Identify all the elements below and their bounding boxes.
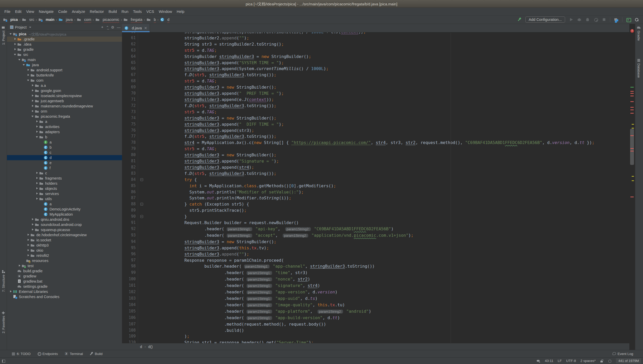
collapsed-arrow-icon[interactable]	[35, 182, 39, 185]
add-configuration-button[interactable]: Add Configuration...	[525, 16, 565, 23]
code-line-94[interactable]: 94 stringBuilder3 = new StringBuilder();	[122, 239, 635, 245]
breadcrumb-item-b[interactable]: b	[146, 17, 156, 22]
code-line-66[interactable]: 66 stringBuilder3.append(System.currentT…	[122, 66, 635, 72]
tree-row-d[interactable]: d	[7, 155, 122, 160]
status-item[interactable]: UTF-8	[566, 359, 576, 363]
collapsed-arrow-icon[interactable]	[35, 130, 39, 134]
collapsed-arrow-icon[interactable]	[35, 197, 39, 201]
code-line-71[interactable]: 71 stringBuilder3.append(e.J(context));	[122, 97, 635, 103]
code-line-89[interactable]: 89 str5.printStackTrace();	[122, 207, 635, 214]
tree-row-e[interactable]: e	[7, 160, 122, 165]
breadcrumb-item-main[interactable]: main	[38, 17, 55, 22]
menu-item-help[interactable]: Help	[174, 9, 187, 15]
debug-icon[interactable]	[577, 17, 582, 22]
code-line-104[interactable]: 104 .header( param1String1: "image-quali…	[122, 302, 635, 308]
tree-row-c[interactable]: c	[7, 171, 122, 176]
code-line-78[interactable]: 78 str4 = MyApplication.bx().c(new Strin…	[122, 140, 635, 146]
menu-item-view[interactable]: View	[24, 9, 36, 15]
search-everywhere-icon[interactable]	[634, 17, 639, 22]
breadcrumb-item-fregata[interactable]: fregata	[123, 17, 143, 22]
collapsed-arrow-icon[interactable]	[35, 125, 39, 129]
code-line-85[interactable]: 85 int i = MyApplication.class.getMethod…	[122, 183, 635, 189]
stripe-mark-red[interactable]	[630, 91, 634, 92]
stripe-mark-yellow[interactable]	[632, 180, 634, 181]
collapsed-arrow-icon[interactable]	[9, 290, 13, 293]
tree-row-okio[interactable]: okio	[7, 248, 122, 253]
menu-item-window[interactable]: Window	[156, 9, 174, 15]
breadcrumb-item-d[interactable]: d	[160, 17, 170, 22]
code-line-67[interactable]: 67 f.D(str5, stringBuilder3.toString());	[122, 72, 635, 78]
tree-row-settings.gradle[interactable]: settings.gradle	[7, 284, 122, 289]
stripe-mark-green[interactable]	[630, 87, 634, 88]
stripe-mark-red[interactable]	[630, 135, 634, 136]
tree-row-java[interactable]: java	[7, 62, 122, 67]
stripe-mark-red[interactable]	[630, 113, 634, 114]
menu-item-vcs[interactable]: VCS	[144, 9, 157, 15]
collapsed-arrow-icon[interactable]	[31, 109, 35, 113]
close-tab-icon[interactable]: ✕	[144, 26, 147, 30]
tree-row-src[interactable]: src	[7, 52, 122, 57]
code-line-63[interactable]: 63 str5 = d.TAG;	[122, 47, 635, 54]
code-line-86[interactable]: 86 System.out.println("Modifier of setVa…	[122, 189, 635, 195]
collapsed-arrow-icon[interactable]	[35, 171, 39, 175]
stripe-mark-yellow[interactable]	[632, 124, 634, 125]
menu-item-build[interactable]: Build	[106, 9, 119, 15]
code-line-110[interactable]: 110 String str1 = response.headers().get…	[122, 340, 635, 343]
expanded-arrow-icon[interactable]	[35, 135, 39, 139]
toolwindow-button-endpoints[interactable]: Endpoints	[37, 352, 58, 356]
memory-indicator[interactable]: 441 of 1979M	[616, 358, 641, 363]
tree-row-b[interactable]: b	[7, 145, 122, 150]
code-line-100[interactable]: 100 .header( param1String1: "nonce", str…	[122, 276, 635, 283]
tree-row-okhttp3[interactable]: okhttp3	[7, 243, 122, 248]
code-line-93[interactable]: 93 .header( param1String1: "accept", par…	[122, 232, 635, 239]
code-line-61[interactable]: 61 stringBuilder2.append("");	[122, 35, 635, 41]
collapsed-arrow-icon[interactable]	[31, 228, 35, 232]
tree-row-isseiaoki.simplecropview[interactable]: isseiaoki.simplecropview	[7, 93, 122, 98]
stripe-mark-yellow[interactable]	[632, 128, 634, 129]
tree-row-soundcloud.android.crop[interactable]: soundcloud.android.crop	[7, 222, 122, 227]
tree-row-External Libraries[interactable]: External Libraries	[7, 289, 122, 294]
fold-marker-icon[interactable]: –	[140, 203, 143, 206]
stripe-gradle[interactable]: Gradle	[636, 26, 642, 41]
tree-row-utils[interactable]: utils	[7, 196, 122, 201]
error-stripe[interactable]: !	[629, 24, 635, 350]
tree-row-gradlew.bat[interactable]: gradlew.bat	[7, 279, 122, 284]
code-line-62[interactable]: 62 String str3 = stringBuilder2.toString…	[122, 41, 635, 47]
editor-breadcrumb-item[interactable]: d	[140, 345, 142, 349]
hector-icon[interactable]	[608, 359, 612, 363]
tree-row-c[interactable]: c	[7, 150, 122, 155]
code-line-76[interactable]: 76 stringBuilder3.append(str3);	[122, 128, 635, 134]
tree-row-pica[interactable]: pica~/文档/IdeaProjects/pica	[7, 31, 122, 37]
tree-row-a.a[interactable]: a.a	[7, 83, 122, 88]
code-line-91[interactable]: 91 Request.Builder builder = request.new…	[122, 220, 635, 226]
hide-panel-icon[interactable]: —	[117, 25, 120, 29]
code-line-84[interactable]: 84– try {	[122, 177, 635, 183]
code-line-88[interactable]: 88– } catch (Exception str5) {	[122, 201, 635, 207]
tree-row-orm[interactable]: orm	[7, 109, 122, 114]
locate-file-icon[interactable]: ⌖	[101, 25, 103, 29]
collapsed-arrow-icon[interactable]	[27, 254, 30, 257]
tab-d-java[interactable]: d.java ✕	[122, 24, 150, 32]
collapse-all-icon[interactable]: ⌃̲	[106, 25, 109, 29]
collapsed-arrow-icon[interactable]	[31, 218, 35, 221]
run-anything-icon[interactable]	[626, 17, 631, 22]
stripe-project[interactable]: 1: Project	[1, 26, 6, 45]
code-line-108[interactable]: 108 .build()	[122, 327, 635, 334]
collapsed-arrow-icon[interactable]	[13, 43, 17, 46]
code-line-79[interactable]: 79 str5 = d.TAG;	[122, 146, 635, 152]
stripe-mark-red[interactable]	[630, 93, 634, 94]
stripe-mark-yellow[interactable]	[632, 176, 634, 177]
status-item[interactable]: LF	[558, 359, 562, 363]
tree-row-de.hdodenhof.circleimageview[interactable]: de.hdodenhof.circleimageview	[7, 232, 122, 238]
collapsed-arrow-icon[interactable]	[35, 187, 39, 190]
tree-row-f[interactable]: f	[7, 165, 122, 171]
collapsed-arrow-icon[interactable]	[13, 37, 17, 41]
code-line-102[interactable]: 102 .header( param1String1: "app-version…	[122, 289, 635, 295]
expanded-arrow-icon[interactable]	[18, 58, 22, 62]
collapsed-arrow-icon[interactable]	[31, 104, 35, 108]
tree-row-test[interactable]: test	[7, 263, 122, 268]
tree-row-build.gradle[interactable]: build.gradle	[7, 268, 122, 274]
fold-marker-icon[interactable]: –	[140, 178, 143, 181]
tree-row-a[interactable]: a	[7, 119, 122, 124]
tree-row-io.socket[interactable]: io.socket	[7, 238, 122, 243]
